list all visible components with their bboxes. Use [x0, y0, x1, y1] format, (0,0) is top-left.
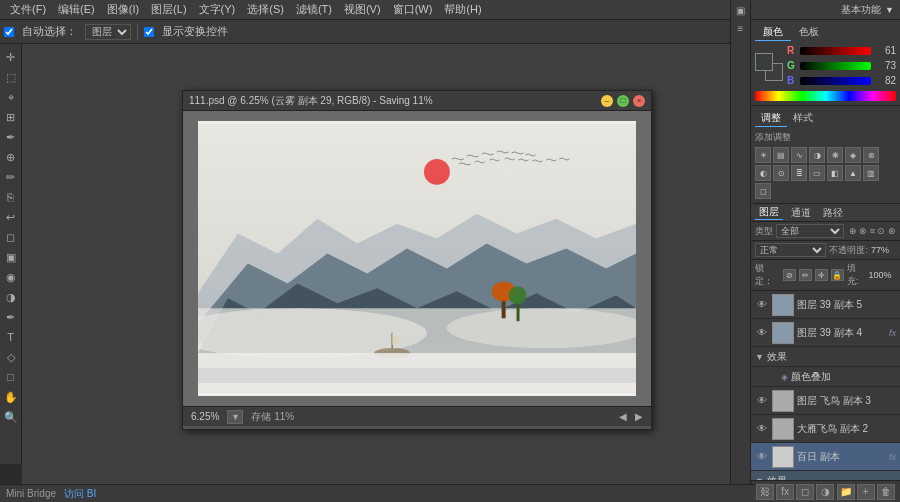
zoom-level: 6.25%: [191, 411, 219, 422]
menu-item[interactable]: 窗口(W): [387, 2, 439, 17]
styles-tab[interactable]: 样式: [787, 110, 819, 127]
layer-link-button[interactable]: ⛓: [756, 484, 774, 500]
layer-sub-item[interactable]: ▼ 效果: [751, 471, 900, 480]
menu-item[interactable]: 视图(V): [338, 2, 387, 17]
pen-tool-icon[interactable]: ✒: [2, 308, 20, 326]
layer-item[interactable]: 👁 图层 39 副本 4 fx: [751, 319, 900, 347]
green-channel-slider[interactable]: [800, 62, 871, 70]
layer-type-select[interactable]: 全部: [776, 224, 844, 238]
lock-position-icon[interactable]: ✛: [815, 269, 828, 281]
status-menu-button[interactable]: ▼: [227, 410, 243, 424]
minimize-button[interactable]: –: [601, 95, 613, 107]
color-tab[interactable]: 颜色: [755, 24, 791, 41]
posterize-adj-icon[interactable]: ▥: [863, 165, 879, 181]
layer-mask-button[interactable]: ◻: [796, 484, 814, 500]
type-label: 类型: [755, 225, 773, 238]
clone-tool-icon[interactable]: ⎘: [2, 188, 20, 206]
threshold-adj-icon[interactable]: ▲: [845, 165, 861, 181]
channels-tab[interactable]: 通道: [787, 206, 815, 220]
lock-all-icon[interactable]: 🔒: [831, 269, 844, 281]
dodge-tool-icon[interactable]: ◑: [2, 288, 20, 306]
menu-item[interactable]: 帮助(H): [438, 2, 487, 17]
black-white-adj-icon[interactable]: ◐: [755, 165, 771, 181]
status-forward-button[interactable]: ▶: [635, 411, 643, 422]
photo-filter-adj-icon[interactable]: ⊙: [773, 165, 789, 181]
brush-tool-icon[interactable]: ✏: [2, 168, 20, 186]
move-tool-icon[interactable]: ✛: [2, 48, 20, 66]
gradient-tool-icon[interactable]: ▣: [2, 248, 20, 266]
eyedropper-tool-icon[interactable]: ✒: [2, 128, 20, 146]
vibrance-adj-icon[interactable]: ❋: [827, 147, 843, 163]
color-balance-adj-icon[interactable]: ⊛: [863, 147, 879, 163]
layer-style-button[interactable]: fx: [776, 484, 794, 500]
adjustments-tab[interactable]: 调整: [755, 110, 787, 127]
crop-tool-icon[interactable]: ⊞: [2, 108, 20, 126]
blend-mode-select[interactable]: 正常: [755, 243, 826, 257]
layer-visibility-toggle[interactable]: 👁: [755, 450, 769, 464]
red-channel-slider[interactable]: [800, 47, 871, 55]
mini-bridge-link[interactable]: 访问 BI: [64, 487, 96, 501]
layer-item[interactable]: 👁 图层 飞鸟 副本 3: [751, 387, 900, 415]
menu-item[interactable]: 图层(L): [145, 2, 192, 17]
history-tool-icon[interactable]: ↩: [2, 208, 20, 226]
menu-item[interactable]: 文字(Y): [193, 2, 242, 17]
hsl-adj-icon[interactable]: ◈: [845, 147, 861, 163]
levels-adj-icon[interactable]: ▤: [773, 147, 789, 163]
paths-tab[interactable]: 路径: [819, 206, 847, 220]
brightness-adj-icon[interactable]: ☀: [755, 147, 771, 163]
new-adjustment-button[interactable]: ◑: [816, 484, 834, 500]
zoom-tool-icon[interactable]: 🔍: [2, 408, 20, 426]
layers-options: 类型 全部 ⊕ ⊗ ≡ ⊙ ⊛: [751, 222, 900, 241]
exposure-adj-icon[interactable]: ◑: [809, 147, 825, 163]
channel-mixer-adj-icon[interactable]: ≣: [791, 165, 807, 181]
eraser-tool-icon[interactable]: ◻: [2, 228, 20, 246]
layer-sub-item[interactable]: ◈ 颜色叠加: [751, 367, 900, 387]
lock-transparent-icon[interactable]: ⊘: [783, 269, 796, 281]
path-tool-icon[interactable]: ◇: [2, 348, 20, 366]
lock-image-icon[interactable]: ✏: [799, 269, 812, 281]
show-transform-checkbox[interactable]: [144, 27, 154, 37]
menu-item[interactable]: 图像(I): [101, 2, 145, 17]
new-layer-button[interactable]: +: [857, 484, 875, 500]
invert-adj-icon[interactable]: ◻: [755, 183, 771, 199]
layer-item[interactable]: 👁 大雁飞鸟 副本 2: [751, 415, 900, 443]
workspace-arrow-icon[interactable]: ▼: [885, 5, 894, 15]
new-group-button[interactable]: 📁: [837, 484, 855, 500]
gradient-map-adj-icon[interactable]: ▭: [809, 165, 825, 181]
layer-sub-item[interactable]: ▼ 效果: [751, 347, 900, 367]
auto-select-dropdown[interactable]: 图层: [85, 24, 131, 40]
delete-layer-button[interactable]: 🗑: [877, 484, 895, 500]
hand-tool-icon[interactable]: ✋: [2, 388, 20, 406]
layer-visibility-toggle[interactable]: 👁: [755, 326, 769, 340]
menu-item[interactable]: 选择(S): [241, 2, 290, 17]
lasso-tool-icon[interactable]: ⌖: [2, 88, 20, 106]
layer-visibility-toggle[interactable]: 👁: [755, 422, 769, 436]
red-channel-value: 61: [874, 45, 896, 56]
layer-item[interactable]: 👁 图层 39 副本 5: [751, 291, 900, 319]
close-button[interactable]: ×: [633, 95, 645, 107]
layers-tab[interactable]: 图层: [755, 205, 783, 220]
status-back-button[interactable]: ◀: [619, 411, 627, 422]
swatches-tab[interactable]: 色板: [791, 24, 827, 41]
layer-visibility-toggle[interactable]: 👁: [755, 394, 769, 408]
layer-item-active[interactable]: 👁 百日 副本 fx: [751, 443, 900, 471]
blue-channel-slider[interactable]: [800, 77, 871, 85]
document-window: 111.psd @ 6.25% (云雾 副本 29, RGB/8) - Savi…: [182, 90, 652, 430]
panel-toggle-2[interactable]: ≡: [733, 20, 749, 36]
blur-tool-icon[interactable]: ◉: [2, 268, 20, 286]
menu-item[interactable]: 滤镜(T): [290, 2, 338, 17]
curves-adj-icon[interactable]: ∿: [791, 147, 807, 163]
text-tool-icon[interactable]: T: [2, 328, 20, 346]
selective-color-adj-icon[interactable]: ◧: [827, 165, 843, 181]
shape-tool-icon[interactable]: □: [2, 368, 20, 386]
panel-toggle-1[interactable]: ▣: [733, 2, 749, 18]
color-spectrum[interactable]: [755, 91, 896, 101]
foreground-color-swatch[interactable]: [755, 53, 773, 71]
heal-tool-icon[interactable]: ⊕: [2, 148, 20, 166]
layer-visibility-toggle[interactable]: 👁: [755, 298, 769, 312]
auto-select-checkbox[interactable]: [4, 27, 14, 37]
select-tool-icon[interactable]: ⬚: [2, 68, 20, 86]
menu-item[interactable]: 文件(F): [4, 2, 52, 17]
maximize-button[interactable]: □: [617, 95, 629, 107]
menu-item[interactable]: 编辑(E): [52, 2, 101, 17]
